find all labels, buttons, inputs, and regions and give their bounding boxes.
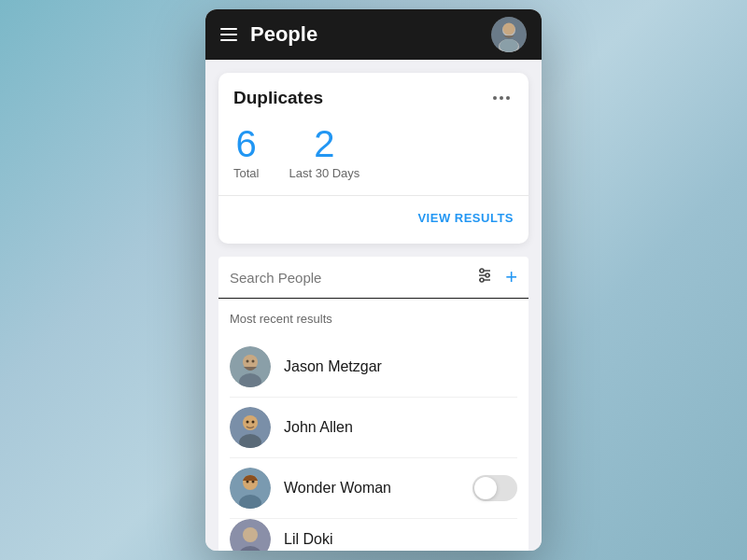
toggle-container bbox=[472, 475, 517, 501]
people-list: Most recent results Jason Metzgar bbox=[218, 299, 529, 551]
svg-point-27 bbox=[243, 527, 258, 542]
section-label: Most recent results bbox=[230, 308, 517, 329]
search-actions: + bbox=[475, 266, 517, 288]
toggle-knob bbox=[474, 477, 497, 499]
total-stat: 6 Total bbox=[233, 123, 259, 180]
svg-point-20 bbox=[252, 421, 255, 424]
stats-row: 6 Total 2 Last 30 Days bbox=[233, 123, 514, 180]
search-bar: + bbox=[218, 257, 529, 299]
svg-point-19 bbox=[247, 421, 249, 424]
search-section: + bbox=[218, 257, 529, 299]
recent-label: Last 30 Days bbox=[289, 166, 359, 180]
list-item[interactable]: Wonder Woman bbox=[230, 458, 517, 519]
svg-point-14 bbox=[247, 360, 249, 363]
svg-point-15 bbox=[252, 360, 255, 363]
list-item[interactable]: John Allen bbox=[230, 398, 517, 458]
recent-number: 2 bbox=[314, 123, 334, 164]
recent-stat: 2 Last 30 Days bbox=[289, 123, 359, 180]
list-item[interactable]: Lil Doki bbox=[230, 519, 517, 551]
card-divider bbox=[218, 195, 529, 196]
avatar bbox=[230, 468, 271, 509]
search-input[interactable] bbox=[230, 270, 475, 286]
card-header: Duplicates bbox=[233, 88, 514, 108]
card-title: Duplicates bbox=[233, 88, 323, 108]
avatar bbox=[230, 346, 271, 387]
svg-point-4 bbox=[500, 39, 518, 52]
person-toggle[interactable] bbox=[472, 475, 517, 501]
add-person-icon[interactable]: + bbox=[505, 267, 517, 287]
hamburger-menu-icon[interactable] bbox=[220, 28, 237, 41]
list-item[interactable]: Jason Metzgar bbox=[230, 337, 517, 398]
avatar bbox=[230, 407, 271, 448]
avatar bbox=[230, 519, 271, 551]
more-options-button[interactable] bbox=[489, 92, 514, 104]
duplicates-card: Duplicates 6 Total 2 Last 30 Days VIEW R… bbox=[218, 73, 529, 244]
view-results-container: VIEW RESULTS bbox=[233, 207, 514, 229]
total-label: Total bbox=[233, 166, 259, 180]
svg-point-3 bbox=[503, 23, 515, 35]
svg-point-10 bbox=[480, 278, 484, 282]
person-name: Lil Doki bbox=[284, 531, 332, 548]
user-avatar[interactable] bbox=[491, 17, 527, 52]
person-name: Jason Metzgar bbox=[284, 358, 382, 375]
svg-point-8 bbox=[480, 269, 484, 273]
main-content: Duplicates 6 Total 2 Last 30 Days VIEW R… bbox=[205, 60, 542, 551]
phone-frame: People Duplicates bbox=[205, 9, 542, 551]
header: People bbox=[205, 9, 542, 60]
person-name: Wonder Woman bbox=[284, 480, 391, 497]
person-name: John Allen bbox=[284, 419, 353, 436]
svg-point-9 bbox=[486, 273, 489, 277]
filter-icon[interactable] bbox=[475, 266, 494, 288]
view-results-button[interactable]: VIEW RESULTS bbox=[417, 207, 514, 229]
total-number: 6 bbox=[236, 123, 257, 164]
page-title: People bbox=[250, 22, 491, 47]
